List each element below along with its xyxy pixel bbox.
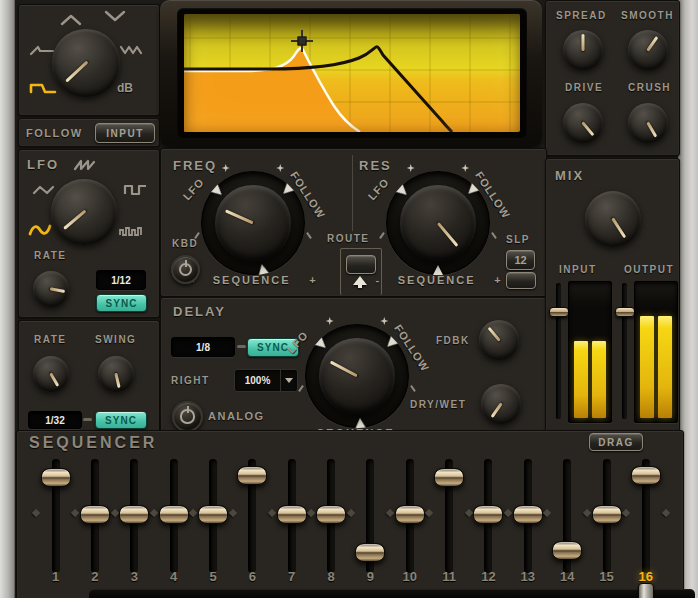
- pattern-scrollbar[interactable]: [89, 589, 695, 598]
- seq-step-slider-7[interactable]: 7: [278, 431, 306, 571]
- mix-title: MIX: [555, 168, 584, 183]
- seq-step-slider-6[interactable]: 6: [238, 431, 266, 571]
- seq-step-handle[interactable]: [41, 468, 71, 487]
- step-diamond-marker: [71, 509, 79, 517]
- seq-step-handle[interactable]: [473, 505, 503, 524]
- seq-step-slider-12[interactable]: 12: [474, 431, 502, 571]
- seq-step-handle[interactable]: [355, 543, 385, 562]
- crush-knob[interactable]: [625, 100, 671, 146]
- lfo-rate-display[interactable]: 1/12: [96, 270, 146, 290]
- seq-step-handle[interactable]: [434, 468, 464, 487]
- step-diamond-marker: [307, 509, 315, 517]
- delay-mod-knob[interactable]: LFO FOLLOW - SEQUENCE +: [311, 330, 403, 422]
- pattern-scroll-thumb[interactable]: [638, 583, 654, 598]
- notch-shape-icon[interactable]: [103, 9, 127, 23]
- seq-step-number: 7: [276, 569, 308, 584]
- seq-step-number: 3: [118, 569, 150, 584]
- drive-knob[interactable]: [560, 100, 606, 146]
- plugin-window: dB FOLLOW INPUT LFO RATE: [0, 0, 698, 598]
- seq-step-slider-11[interactable]: 11: [435, 431, 463, 571]
- input-meter: [568, 281, 612, 423]
- freq-knob[interactable]: LFO FOLLOW - SEQUENCE +: [207, 177, 299, 269]
- route-button[interactable]: [346, 255, 376, 274]
- seq-step-number: 13: [512, 569, 544, 584]
- output-meter: [634, 281, 678, 423]
- shaper-knob[interactable]: [47, 24, 125, 102]
- seq-step-number: 10: [394, 569, 426, 584]
- output-label: OUTPUT: [624, 264, 674, 275]
- step-diamond-marker: [661, 509, 669, 517]
- step-diamond-marker: [268, 509, 276, 517]
- step-diamond-marker: [346, 509, 354, 517]
- seq-step-slider-3[interactable]: 3: [120, 431, 148, 571]
- drywet-knob[interactable]: [478, 381, 524, 427]
- seq-step-handle[interactable]: [159, 505, 189, 524]
- step-slider-area: 12345678910111213141516: [17, 431, 683, 598]
- clock-rate-display[interactable]: 1/32: [28, 411, 82, 429]
- smooth-knob[interactable]: [625, 27, 671, 73]
- seq-step-number: 12: [472, 569, 504, 584]
- seq-step-slider-1[interactable]: 1: [42, 431, 70, 571]
- dash-divider: [83, 418, 92, 421]
- seq-step-slider-8[interactable]: 8: [317, 431, 345, 571]
- analog-power-button[interactable]: [172, 401, 203, 432]
- sequencer-panel: SEQUENCER DRAG 12345678910111213141516: [16, 430, 684, 598]
- seq-step-handle[interactable]: [277, 505, 307, 524]
- seq-step-handle[interactable]: [552, 541, 582, 560]
- filter-handle-crosshair[interactable]: [291, 30, 313, 52]
- input-gain-slider[interactable]: [556, 283, 561, 419]
- clock-rate-knob[interactable]: [30, 353, 72, 395]
- delay-time-display[interactable]: 1/8: [171, 337, 235, 357]
- seq-step-slider-4[interactable]: 4: [160, 431, 188, 571]
- lfo-wave-knob[interactable]: [46, 174, 122, 250]
- follow-input-button[interactable]: INPUT: [95, 123, 155, 143]
- output-gain-slider[interactable]: [622, 283, 627, 419]
- seq-step-slider-14[interactable]: 14: [553, 431, 581, 571]
- seq-step-handle[interactable]: [119, 505, 149, 524]
- clock-sync-button[interactable]: SYNC: [95, 411, 147, 429]
- follow-label: FOLLOW: [26, 127, 83, 139]
- seq-step-number: 9: [354, 569, 386, 584]
- smooth-label: SMOOTH: [621, 10, 674, 21]
- seq-step-handle[interactable]: [198, 505, 228, 524]
- seq-step-slider-10[interactable]: 10: [396, 431, 424, 571]
- seq-step-handle[interactable]: [395, 505, 425, 524]
- seq-step-handle[interactable]: [237, 466, 267, 485]
- kbd-power-button[interactable]: [171, 255, 200, 284]
- seq-step-handle[interactable]: [592, 505, 622, 524]
- fdbk-knob[interactable]: [476, 317, 522, 363]
- mix-knob[interactable]: [580, 186, 646, 252]
- swing-label: SWING: [95, 334, 136, 345]
- slope-value-button[interactable]: 12: [506, 250, 535, 270]
- output-gain-slider-handle[interactable]: [615, 307, 635, 317]
- seq-step-handle[interactable]: [513, 505, 543, 524]
- seq-step-slider-5[interactable]: 5: [199, 431, 227, 571]
- seq-step-slider-15[interactable]: 15: [593, 431, 621, 571]
- seq-step-number: 5: [197, 569, 229, 584]
- seq-step-handle[interactable]: [316, 505, 346, 524]
- square-wave-icon[interactable]: [123, 183, 149, 197]
- spread-knob[interactable]: [560, 27, 606, 73]
- lfo-rate-knob[interactable]: [30, 268, 72, 310]
- seq-step-handle[interactable]: [631, 466, 661, 485]
- res-knob[interactable]: LFO FOLLOW - SEQUENCE +: [392, 177, 484, 269]
- seq-step-handle[interactable]: [80, 505, 110, 524]
- lfo-sync-button[interactable]: SYNC: [96, 294, 147, 312]
- step-diamond-marker: [150, 509, 158, 517]
- input-gain-slider-handle[interactable]: [549, 307, 569, 317]
- filter-display-screen[interactable]: [184, 14, 520, 132]
- input-meter-bar-right: [592, 341, 606, 418]
- step-diamond-marker: [32, 509, 40, 517]
- seq-step-slider-9[interactable]: 9: [356, 431, 384, 571]
- seq-step-slider-13[interactable]: 13: [514, 431, 542, 571]
- follow-panel: FOLLOW INPUT: [18, 118, 160, 147]
- seq-step-slider-2[interactable]: 2: [81, 431, 109, 571]
- step-diamond-marker: [228, 509, 236, 517]
- swing-knob[interactable]: [95, 353, 137, 395]
- step-diamond-marker: [543, 509, 551, 517]
- slope-toggle-button[interactable]: [506, 272, 536, 289]
- slp-label: SLP: [506, 234, 530, 245]
- seq-step-number: 15: [591, 569, 623, 584]
- seq-step-slider-16[interactable]: 16: [632, 431, 660, 571]
- res-ring-sequence-label: - SEQUENCE +: [375, 274, 500, 286]
